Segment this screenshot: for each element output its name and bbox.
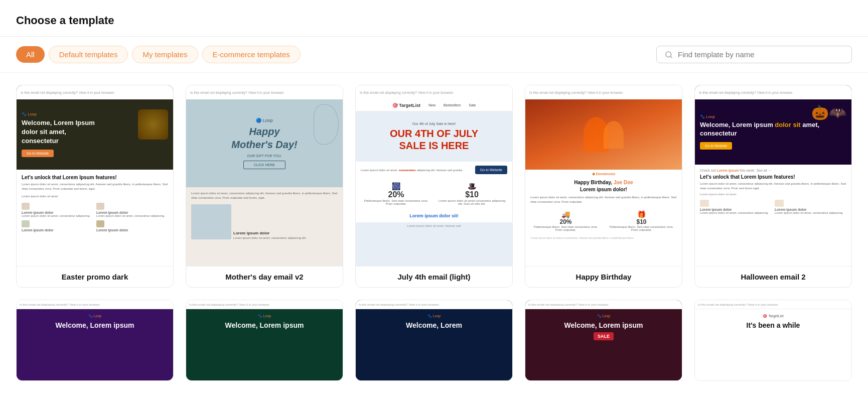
templates-grid: Is this email not displaying correctly? … <box>0 73 868 300</box>
template-thumbnail-halloween: Is this email not displaying correctly? … <box>695 85 851 266</box>
template-thumbnail-bt1: Is this email not displaying correctly? … <box>17 300 173 380</box>
template-name-birthday: Happy Birthday <box>525 266 682 287</box>
template-card-bt1[interactable]: Is this email not displaying correctly? … <box>16 300 174 381</box>
tab-ecommerce-templates[interactable]: E-commerce templates <box>202 46 301 63</box>
search-input[interactable] <box>678 50 843 59</box>
template-name-july4: July 4th email (light) <box>356 266 512 287</box>
toolbar: All Default templates My templates E-com… <box>0 37 868 73</box>
template-thumbnail-bt2: Is this email not displaying correctly? … <box>186 300 343 380</box>
tab-default-templates[interactable]: Default templates <box>49 46 128 63</box>
template-thumbnail-bt4: Is this email not displaying correctly? … <box>525 300 682 380</box>
tab-all[interactable]: All <box>16 46 45 63</box>
template-thumbnail-bt3: Is this email not displaying correctly? … <box>356 300 512 380</box>
template-card-mothers[interactable]: Is this email not displaying correctly? … <box>186 85 343 288</box>
filter-tabs: All Default templates My templates E-com… <box>16 46 301 63</box>
template-card-bt2[interactable]: Is this email not displaying correctly? … <box>186 300 343 381</box>
svg-line-1 <box>670 56 672 58</box>
template-card-easter[interactable]: Is this email not displaying correctly? … <box>16 85 174 288</box>
template-card-bt4[interactable]: Is this email not displaying correctly? … <box>525 300 682 381</box>
page-title: Choose a template <box>16 14 852 27</box>
template-card-bt3[interactable]: Is this email not displaying correctly? … <box>355 300 513 381</box>
template-card-july4[interactable]: Is this email not displaying correctly? … <box>355 85 513 288</box>
template-name-mothers: Mother's day email v2 <box>186 266 343 287</box>
template-thumbnail-birthday: Is this email not displaying correctly? … <box>525 85 682 266</box>
template-name-easter: Easter promo dark <box>17 266 173 287</box>
template-card-bt5[interactable]: Is this email not displaying correctly? … <box>694 300 852 381</box>
search-icon <box>665 51 673 59</box>
search-wrapper <box>656 46 852 63</box>
template-name-halloween: Halloween email 2 <box>695 266 851 287</box>
template-thumbnail-july4: Is this email not displaying correctly? … <box>356 85 512 266</box>
tab-my-templates[interactable]: My templates <box>132 46 198 63</box>
template-thumbnail-easter: Is this email not displaying correctly? … <box>17 85 173 266</box>
template-card-halloween[interactable]: Is this email not displaying correctly? … <box>694 85 852 288</box>
template-thumbnail-mothers: Is this email not displaying correctly? … <box>186 85 343 266</box>
page-header: Choose a template <box>0 0 868 37</box>
template-thumbnail-bt5: Is this email not displaying correctly? … <box>695 300 851 380</box>
templates-grid-bottom: Is this email not displaying correctly? … <box>0 300 868 393</box>
template-card-birthday[interactable]: Is this email not displaying correctly? … <box>525 85 682 288</box>
